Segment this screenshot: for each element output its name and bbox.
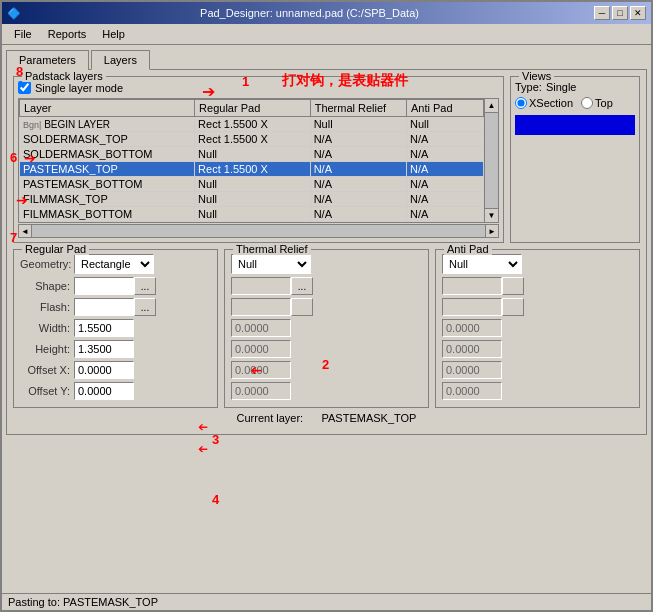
single-layer-label: Single layer mode [35,82,123,94]
flash-dots-btn[interactable]: ... [134,298,156,316]
shape-label: Shape: [20,280,74,292]
regular-pad-label: Regular Pad [22,243,89,255]
current-layer-label: Current layer: [237,412,304,424]
h-scroll-track [32,224,485,238]
status-bar: Pasting to: PASTEMASK_TOP [2,593,651,610]
top-radio[interactable] [581,97,593,109]
thermal-offset-y-row [231,382,422,400]
radio-row: XSection Top [515,97,635,109]
thermal-relief-label: Thermal Relief [233,243,311,255]
table-row-selected[interactable]: PASTEMASK_TOP Rect 1.5500 X N/A N/A [20,162,484,177]
views-panel: Views Type: Single XSection Top [510,76,640,243]
thermal-width-input [231,319,291,337]
title-bar-buttons: ─ □ ✕ [594,6,646,20]
anti-shape-input [442,277,502,295]
views-label: Views [519,70,554,82]
flash-row: Flash: ... [20,298,211,316]
thermal-geometry-select[interactable]: Null [231,254,311,274]
scroll-up-btn[interactable]: ▲ [485,99,498,113]
thermal-shape-dots-btn[interactable]: ... [291,277,313,295]
title-bar: 🔷 Pad_Designer: unnamed.pad (C:/SPB_Data… [2,2,651,24]
geometry-row: Geometry: Rectangle [20,254,211,274]
current-layer-bar: Current layer: PASTEMASK_TOP [13,408,640,428]
col-anti-pad: Anti Pad [406,100,483,117]
table-row[interactable]: SOLDERMASK_BOTTOM Null N/A N/A [20,147,484,162]
flash-input[interactable] [74,298,134,316]
thermal-offset-y-input [231,382,291,400]
thermal-geometry-row: Null [231,254,422,274]
anti-pad-label: Anti Pad [444,243,492,255]
anti-shape-row [442,277,633,295]
view-preview [515,115,635,135]
width-input[interactable] [74,319,134,337]
thermal-offset-x-row [231,361,422,379]
menu-item-reports[interactable]: Reports [40,26,95,42]
tab-bar: Parameters Layers [6,49,647,69]
offset-x-label: Offset X: [20,364,74,376]
anti-offset-x-row [442,361,633,379]
anti-height-input [442,340,502,358]
thermal-relief-group: Thermal Relief Null ... [224,249,429,408]
layer-table-body: Bgn| BEGIN LAYER Rect 1.5500 X Null Null… [20,117,484,222]
minimize-button[interactable]: ─ [594,6,610,20]
width-row: Width: [20,319,211,337]
thermal-shape-input [231,277,291,295]
offset-x-input[interactable] [74,361,134,379]
col-layer: Layer [20,100,195,117]
shape-dots-btn[interactable]: ... [134,277,156,295]
anti-shape-dots-btn[interactable] [502,277,524,295]
table-row[interactable]: SOLDERMASK_TOP Rect 1.5500 X N/A N/A [20,132,484,147]
annotation-arrow-3b: ➔ [198,442,208,456]
table-row[interactable]: Bgn| BEGIN LAYER Rect 1.5500 X Null Null [20,117,484,132]
regular-pad-group: Regular Pad Geometry: Rectangle Shape: .… [13,249,218,408]
thermal-flash-dots-btn[interactable] [291,298,313,316]
tab-layers[interactable]: Layers [91,50,150,70]
anti-pad-group: Anti Pad Null [435,249,640,408]
menu-item-help[interactable]: Help [94,26,133,42]
annotation-4: 4 [212,492,219,507]
thermal-shape-row: ... [231,277,422,295]
anti-geometry-select[interactable]: Null [442,254,522,274]
anti-offset-x-input [442,361,502,379]
padstack-layers-label: Padstack layers [22,70,106,82]
offset-y-input[interactable] [74,382,134,400]
anti-offset-y-row [442,382,633,400]
thermal-offset-x-input [231,361,291,379]
current-layer-value: PASTEMASK_TOP [322,412,417,424]
anti-flash-input [442,298,502,316]
table-row[interactable]: PASTEMASK_BOTTOM Null N/A N/A [20,177,484,192]
offset-y-row: Offset Y: [20,382,211,400]
height-input[interactable] [74,340,134,358]
scroll-right-btn[interactable]: ► [485,224,499,238]
title-bar-icon: 🔷 [7,7,21,20]
shape-input[interactable] [74,277,134,295]
anti-width-row [442,319,633,337]
xsection-radio[interactable] [515,97,527,109]
flash-label: Flash: [20,301,74,313]
menu-item-file[interactable]: File [6,26,40,42]
scroll-left-btn[interactable]: ◄ [18,224,32,238]
thermal-height-row [231,340,422,358]
close-button[interactable]: ✕ [630,6,646,20]
geometry-select[interactable]: Rectangle [74,254,154,274]
tab-parameters[interactable]: Parameters [6,50,89,70]
views-type-row: Type: Single [515,81,635,93]
table-row[interactable]: FILMMASK_BOTTOM Null N/A N/A [20,207,484,222]
single-layer-checkbox[interactable] [18,81,31,94]
geometry-dropdown-wrap: Rectangle [74,254,154,274]
anti-height-row [442,340,633,358]
width-label: Width: [20,322,74,334]
anti-flash-dots-btn[interactable] [502,298,524,316]
scroll-down-btn[interactable]: ▼ [485,208,498,222]
thermal-width-row [231,319,422,337]
offset-x-row: Offset X: [20,361,211,379]
xsection-label: XSection [529,97,573,109]
status-text: Pasting to: PASTEMASK_TOP [8,596,158,608]
top-label: Top [595,97,613,109]
maximize-button[interactable]: □ [612,6,628,20]
tab-content: Padstack layers Single layer mode [6,69,647,435]
type-label: Type: [515,81,542,93]
table-row[interactable]: FILMMASK_TOP Null N/A N/A [20,192,484,207]
menu-bar: File Reports Help [2,24,651,45]
col-thermal: Thermal Relief [310,100,406,117]
